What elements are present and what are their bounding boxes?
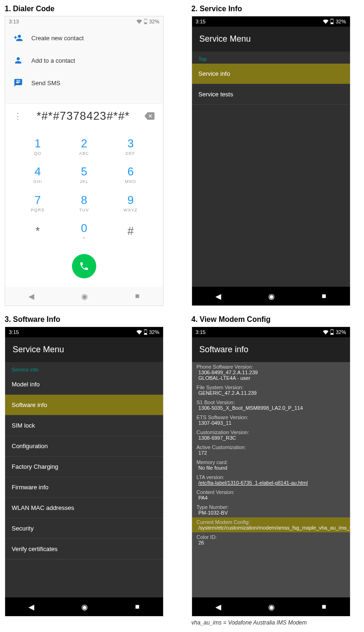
step-title-2: 2. Service Info	[192, 5, 360, 13]
dialed-number: *#*#7378423#*#*	[26, 109, 141, 123]
key-digit: #	[128, 225, 134, 238]
keypad-key-3[interactable]: 3DEF	[107, 133, 154, 160]
status-icons: 32%	[323, 19, 346, 24]
key-digit: 0	[81, 222, 87, 235]
svg-rect-8	[144, 333, 147, 334]
keypad-key-0[interactable]: 0+	[61, 218, 107, 245]
menu-item-model-info[interactable]: Model info	[5, 374, 163, 395]
back-nav-icon[interactable]: ◀	[215, 292, 221, 301]
key-digit: 9	[128, 194, 134, 207]
keypad-key-7[interactable]: 7PQRS	[14, 189, 61, 217]
backspace-icon[interactable]	[141, 112, 158, 120]
menu-item-verify-certificates[interactable]: Verify certificates	[5, 539, 163, 559]
info-label: Memory card:	[197, 459, 345, 465]
key-letters: MNO	[125, 179, 136, 184]
battery-percent: 32%	[149, 329, 159, 335]
info-value: 1306-8499_47.2.A.11.239	[197, 370, 345, 375]
send-sms-label: Send SMS	[31, 80, 60, 87]
info-label: Type Number:	[197, 504, 345, 510]
key-letters: ABC	[79, 151, 89, 156]
keypad-key-*[interactable]: *	[14, 218, 61, 245]
status-time: 3:15	[196, 19, 206, 24]
phone-software-info: 3:15 32% Software info Phone Software Ve…	[192, 327, 350, 617]
info-row: LTA version:/etc/lta-label/1310-6735_1-e…	[192, 472, 350, 487]
step-title-1: 1. Dialer Code	[5, 5, 173, 13]
menu-item-wlan-mac-addresses[interactable]: WLAN MAC addresses	[5, 498, 163, 518]
info-value[interactable]: /etc/lta-label/1310-6735_1-elabel-g8141-…	[197, 480, 345, 486]
android-navbar: ◀ ◉ ■	[192, 597, 350, 616]
wifi-icon	[323, 19, 328, 24]
status-time: 3:15	[196, 329, 206, 335]
step-title-4: 4. View Modem Config	[192, 315, 360, 324]
call-button[interactable]	[72, 254, 96, 278]
keypad: 1QO2ABC3DEF4GHI5JKL6MNO7PQRS8TUV9WXYZ*0+…	[5, 128, 163, 246]
status-bar: 3:13 32%	[5, 16, 163, 27]
key-letters: GHI	[33, 179, 42, 184]
menu-item-service-info[interactable]: Service info	[192, 64, 350, 84]
status-time: 3:15	[9, 329, 19, 335]
info-row: Customization Version:1308-6997_R3C	[192, 428, 350, 443]
send-sms-row[interactable]: Send SMS	[5, 72, 163, 94]
app-bar-title: Service Menu	[192, 27, 350, 51]
back-nav-icon[interactable]: ◀	[29, 292, 34, 301]
create-contact-row[interactable]: Create new contact	[5, 27, 163, 49]
keypad-key-5[interactable]: 5JKL	[61, 161, 107, 188]
home-nav-icon[interactable]: ◉	[268, 292, 275, 301]
keypad-key-4[interactable]: 4GHI	[14, 161, 61, 188]
svg-rect-11	[331, 333, 333, 334]
info-row: S1 Boot Version:1306-5035_X_Boot_MSM8998…	[192, 398, 350, 413]
keypad-key-9[interactable]: 9WXYZ	[107, 189, 154, 217]
home-nav-icon[interactable]: ◉	[268, 603, 275, 611]
dialer-menu-icon[interactable]: ⋮	[10, 111, 26, 121]
key-letters: JKL	[80, 179, 89, 184]
info-value: 1307-0493_11	[197, 420, 345, 426]
svg-rect-10	[331, 329, 333, 330]
key-digit: 3	[128, 137, 134, 150]
keypad-key-#[interactable]: #	[107, 218, 154, 245]
keypad-key-2[interactable]: 2ABC	[61, 133, 107, 160]
info-label: Current Modem Config:	[197, 519, 345, 525]
step-title-3: 3. Software Info	[5, 315, 173, 324]
add-contact-label: Add to a contact	[31, 57, 75, 64]
menu-item-configuration[interactable]: Configuration	[5, 436, 163, 457]
back-nav-icon[interactable]: ◀	[215, 603, 221, 611]
phone-dialer: 3:13 32% Create new contact Add to a con…	[5, 16, 164, 306]
battery-icon	[144, 19, 147, 24]
home-nav-icon[interactable]: ◉	[81, 292, 88, 301]
status-icons: 32%	[323, 329, 346, 335]
create-contact-label: Create new contact	[31, 35, 84, 42]
menu-item-factory-charging[interactable]: Factory Charging	[5, 457, 163, 477]
keypad-key-1[interactable]: 1QO	[14, 133, 61, 160]
menu-item-software-info[interactable]: Software info	[5, 395, 163, 415]
sms-icon	[14, 78, 23, 87]
recent-nav-icon[interactable]: ■	[321, 292, 326, 300]
home-nav-icon[interactable]: ◉	[81, 603, 88, 611]
menu-item-security[interactable]: Security	[5, 518, 163, 539]
key-letters: DEF	[126, 151, 136, 156]
key-letters: WXYZ	[123, 208, 137, 212]
back-nav-icon[interactable]: ◀	[29, 603, 34, 611]
add-contact-row[interactable]: Add to a contact	[5, 49, 163, 72]
recent-nav-icon[interactable]: ■	[135, 292, 140, 300]
wifi-icon	[136, 330, 142, 334]
menu-item-service-tests[interactable]: Service tests	[192, 84, 350, 105]
info-value: GENERIC_47.2.A.11.239	[197, 390, 345, 396]
recent-nav-icon[interactable]: ■	[135, 603, 140, 611]
info-label: S1 Boot Version:	[197, 400, 345, 405]
caption: vha_au_ims = Vodafone Australia IMS Mode…	[192, 619, 360, 626]
info-label: File System Version:	[197, 385, 345, 390]
key-digit: 2	[81, 137, 87, 150]
info-row: Type Number:PM-1032-BV	[192, 502, 350, 517]
battery-icon	[144, 329, 147, 335]
keypad-key-8[interactable]: 8TUV	[61, 189, 107, 217]
key-letters: PQRS	[31, 208, 45, 212]
recent-nav-icon[interactable]: ■	[321, 603, 326, 611]
keypad-key-6[interactable]: 6MNO	[107, 161, 154, 188]
key-letters: QO	[34, 151, 42, 156]
info-label: Color ID:	[197, 534, 345, 540]
battery-icon	[330, 329, 334, 335]
menu-item-firmware-info[interactable]: Firmware info	[5, 477, 163, 498]
info-value: /system/etc/customization/modem/amss_fsg…	[197, 525, 345, 530]
menu-item-sim-lock[interactable]: SIM lock	[5, 415, 163, 436]
key-digit: 5	[81, 165, 87, 178]
